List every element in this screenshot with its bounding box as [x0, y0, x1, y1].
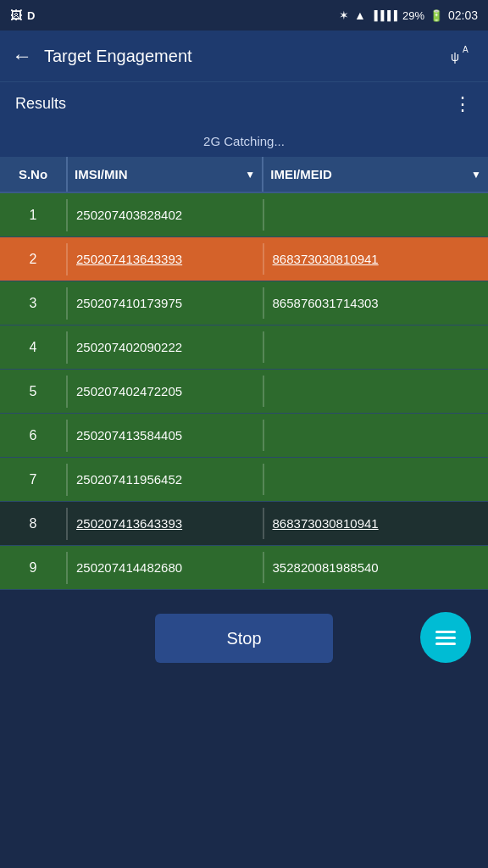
cell-imei	[264, 427, 488, 444]
cell-imei	[264, 207, 488, 224]
col-header-imei[interactable]: IMEI/MEID ▼	[263, 157, 488, 192]
cell-imsi: 250207414482680	[68, 552, 264, 583]
cell-sno: 5	[0, 376, 68, 408]
col-header-imsi[interactable]: IMSI/MIN ▼	[68, 157, 263, 192]
fab-menu-button[interactable]	[420, 612, 471, 663]
cell-imsi: 250207410173975	[68, 287, 264, 319]
results-title: Results	[15, 95, 66, 113]
cell-sno: 6	[0, 420, 68, 452]
cell-sno: 3	[0, 287, 68, 320]
cell-imsi: 250207411956452	[68, 464, 264, 495]
signal-settings-icon[interactable]: ψ A	[451, 42, 476, 70]
signal-icon: ▐▐▐▐	[371, 10, 397, 20]
time-display: 02:03	[448, 8, 478, 22]
table-header: S.No IMSI/MIN ▼ IMEI/MEID ▼	[0, 157, 488, 193]
status-bar: 🖼 D ✶ ▲ ▐▐▐▐ 29% 🔋 02:03	[0, 0, 488, 31]
table-row[interactable]: 3250207410173975865876031714303	[0, 281, 488, 326]
status-left-icons: 🖼 D	[10, 8, 35, 22]
cell-imsi: 250207413643393	[68, 243, 264, 275]
table-row[interactable]: 1250207403828402	[0, 193, 488, 237]
table-row[interactable]: 9250207414482680352820081988540	[0, 546, 488, 590]
table-row[interactable]: 4250207402090222	[0, 326, 488, 370]
table-row[interactable]: 7250207411956452	[0, 458, 488, 502]
table-row[interactable]: 2250207413643393868373030810941	[0, 237, 488, 281]
app-bar: ← Target Engagement ψ A	[0, 31, 488, 81]
svg-text:ψ: ψ	[451, 50, 459, 64]
cell-imei: 868373030810941	[264, 243, 488, 275]
back-button[interactable]: ←	[12, 44, 32, 68]
cell-sno: 4	[0, 331, 68, 364]
cell-imei	[264, 383, 488, 400]
cell-sno: 8	[0, 508, 68, 540]
results-header: Results ⋮	[0, 81, 488, 125]
imei-dropdown-icon[interactable]: ▼	[471, 169, 481, 181]
battery-pct: 29%	[402, 9, 424, 22]
app-bar-title: Target Engagement	[44, 47, 439, 66]
table-row[interactable]: 8250207413643393868373030810941	[0, 502, 488, 546]
status-right-icons: ✶ ▲ ▐▐▐▐ 29% 🔋 02:03	[339, 8, 478, 22]
cell-imei	[264, 471, 488, 488]
cell-imei: 352820081988540	[264, 552, 488, 583]
cell-imsi: 250207403828402	[68, 199, 264, 231]
cell-sno: 9	[0, 552, 68, 584]
cell-sno: 7	[0, 464, 68, 496]
bottom-area: Stop	[0, 590, 488, 680]
cell-imsi: 250207413643393	[68, 508, 264, 539]
table-body: 1250207403828402225020741364339386837303…	[0, 193, 488, 590]
gallery-icon: 🖼	[10, 8, 22, 22]
table-row[interactable]: 5250207402472205	[0, 370, 488, 414]
stop-button[interactable]: Stop	[155, 614, 333, 663]
cell-imsi: 250207402472205	[68, 376, 264, 407]
col-header-sno: S.No	[0, 157, 68, 192]
bluetooth-icon: ✶	[339, 8, 349, 22]
cell-imei: 868373030810941	[264, 508, 488, 539]
svg-text:A: A	[463, 45, 469, 54]
menu-icon	[435, 631, 456, 645]
table-row[interactable]: 6250207413584405	[0, 414, 488, 458]
catching-status: 2G Catching...	[0, 125, 488, 157]
cell-imei	[264, 339, 488, 356]
cell-imsi: 250207413584405	[68, 420, 264, 451]
cell-sno: 2	[0, 243, 68, 275]
cell-imei: 865876031714303	[264, 287, 488, 319]
data-table: S.No IMSI/MIN ▼ IMEI/MEID ▼ 125020740382…	[0, 157, 488, 590]
wifi-icon: ▲	[354, 8, 366, 22]
cell-sno: 1	[0, 199, 68, 231]
cell-imsi: 250207402090222	[68, 331, 264, 363]
battery-icon: 🔋	[430, 9, 443, 22]
imsi-dropdown-icon[interactable]: ▼	[245, 169, 255, 181]
more-options-icon[interactable]: ⋮	[453, 93, 473, 115]
d-icon: D	[27, 9, 35, 22]
